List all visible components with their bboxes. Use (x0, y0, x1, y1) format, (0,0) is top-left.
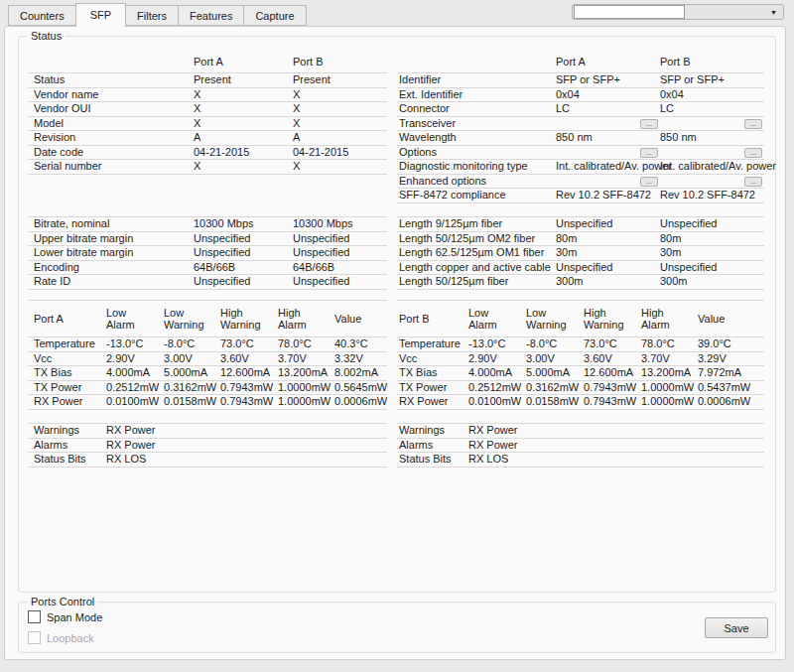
cell: 3.60V (584, 352, 641, 366)
cell-port-a: 850 nm (556, 131, 660, 145)
ddm-table-port-a: Port ALow AlarmLow WarningHigh WarningHi… (28, 300, 387, 410)
table-row: Vendor OUIXX (28, 102, 387, 117)
checkbox-label: Loopback (47, 632, 94, 644)
column-header: High Alarm (641, 307, 698, 331)
table-row: IdentifierSFP or SFP+SFP or SFP+ (397, 73, 764, 88)
ellipsis-button[interactable]: ... (640, 177, 658, 187)
table-row: WarningsRX Power (397, 424, 764, 439)
cell-port-a: Unspecified (194, 275, 293, 289)
cell-port-a: Unspecified (194, 232, 293, 246)
cell-port-b: 10300 Mbps (293, 217, 387, 231)
row-label: SFF-8472 compliance (397, 189, 556, 202)
cell: -8.0°C (526, 337, 584, 351)
tab-capture[interactable]: Capture (243, 5, 306, 26)
tab-sfp[interactable]: SFP (75, 3, 126, 27)
span-mode-checkbox[interactable]: Span Mode (28, 610, 102, 623)
tab-counters[interactable]: Counters (8, 5, 75, 26)
cell-port-a: 300m (556, 275, 660, 289)
cell: 3.00V (526, 352, 584, 366)
ddm-table-port-b: Port BLow AlarmLow WarningHigh WarningHi… (397, 300, 764, 410)
table-row: Vcc2.90V3.00V3.60V3.70V3.32V (28, 352, 387, 367)
column-header: Port B (293, 52, 387, 72)
cell: 0.0100mW (468, 395, 526, 409)
chevron-down-icon[interactable]: ▼ (770, 9, 777, 16)
checkbox-label: Span Mode (47, 611, 102, 623)
table-row: Length 50/125µm fiber300m300m (397, 275, 764, 290)
ellipsis-button[interactable]: ... (744, 177, 762, 187)
cell: 1.0000mW (278, 381, 334, 395)
cell: 2.90V (106, 352, 164, 366)
cell-port-a: X (194, 88, 293, 102)
row-label: Status Bits (28, 453, 106, 467)
row-label: Alarms (28, 439, 106, 453)
column-header: Low Warning (526, 307, 584, 331)
ellipsis-button[interactable]: ... (744, 119, 762, 129)
cell-port-b: 30m (660, 246, 764, 260)
cell: 12.600mA (220, 366, 278, 380)
cell: 1.0000mW (641, 395, 698, 409)
cell: 0.2512mW (106, 381, 164, 395)
cell: 3.00V (164, 352, 220, 366)
tab-filters[interactable]: Filters (126, 5, 178, 26)
cell: 5.000mA (526, 366, 584, 380)
tab-features[interactable]: Features (178, 5, 243, 26)
cell: 0.5437mW (698, 381, 764, 395)
checkbox-box[interactable] (28, 610, 41, 623)
cell-port-b: Unspecified (660, 261, 764, 275)
row-label: RX Power (397, 395, 468, 409)
ports-control-groupbox: Ports Control (18, 602, 776, 653)
filter-combobox[interactable]: ▼ (572, 4, 784, 20)
table-header: Port APort B (397, 52, 764, 73)
table-row: RevisionAA (28, 131, 387, 146)
table-row: Vendor nameXX (28, 88, 387, 103)
cell: 1.0000mW (278, 395, 334, 409)
row-label: Vendor OUI (28, 102, 194, 116)
ellipsis-button[interactable]: ... (640, 119, 658, 129)
ellipsis-button[interactable]: ... (744, 148, 762, 158)
table-row: ConnectorLCLC (397, 102, 764, 117)
row-label: Status Bits (397, 453, 468, 467)
table-row: Temperature-13.0°C-8.0°C73.0°C78.0°C39.0… (397, 337, 764, 352)
cell-port-a: X (194, 117, 293, 131)
table-row: RX Power0.0100mW0.0158mW0.7943mW1.0000mW… (397, 395, 764, 410)
filter-combobox-input[interactable] (574, 5, 685, 19)
table-row: TX Bias4.000mA5.000mA12.600mA13.200mA7.9… (397, 366, 764, 381)
bitrate-table: Bitrate, nominal10300 Mbps10300 MbpsUppe… (28, 216, 387, 290)
cell-port-b: X (293, 88, 387, 102)
cell-port-b: 300m (660, 275, 764, 289)
save-button[interactable]: Save (705, 617, 768, 638)
row-label: Encoding (28, 261, 194, 275)
table-row: Transceiver...... (397, 117, 764, 132)
row-label: Model (28, 117, 194, 131)
row-label: TX Power (397, 381, 468, 395)
cell: 4.000mA (106, 366, 164, 380)
column-header: Port A (556, 52, 660, 72)
column-header: High Warning (220, 307, 278, 331)
row-label: Status (28, 73, 194, 87)
cell: 0.0158mW (526, 395, 584, 409)
cell-port-b: 850 nm (660, 131, 764, 145)
cell: 0.0100mW (106, 395, 164, 409)
cell: ... (660, 118, 764, 129)
column-header: Value (334, 313, 387, 325)
row-label: Lower bitrate margin (28, 246, 194, 260)
column-header: Low Warning (164, 307, 220, 331)
table-row: Encoding64B/66B64B/66B (28, 261, 387, 276)
row-label: Transceiver (397, 117, 556, 131)
row-label: Alarms (397, 439, 468, 453)
row-label: Warnings (28, 424, 106, 438)
cell-port-a: 80m (556, 232, 660, 246)
cell: 73.0°C (220, 337, 278, 351)
module-info-table-right: Port APort BIdentifierSFP or SFP+SFP or … (397, 52, 764, 203)
row-label: Temperature (28, 337, 106, 351)
cell-port-b: 80m (660, 232, 764, 246)
table-row: TX Power0.2512mW0.3162mW0.7943mW1.0000mW… (28, 381, 387, 396)
table-row: Diagnostic monitoring typeInt. calibrate… (397, 160, 764, 175)
row-label: Upper bitrate margin (28, 232, 194, 246)
ellipsis-button[interactable]: ... (640, 148, 658, 158)
cell: 3.29V (698, 352, 764, 366)
table-row: Temperature-13.0°C-8.0°C73.0°C78.0°C40.3… (28, 337, 387, 352)
cell-port-a: 0x04 (556, 88, 660, 102)
row-label: Length 50/125µm fiber (397, 275, 556, 289)
cell: 0.3162mW (526, 381, 584, 395)
